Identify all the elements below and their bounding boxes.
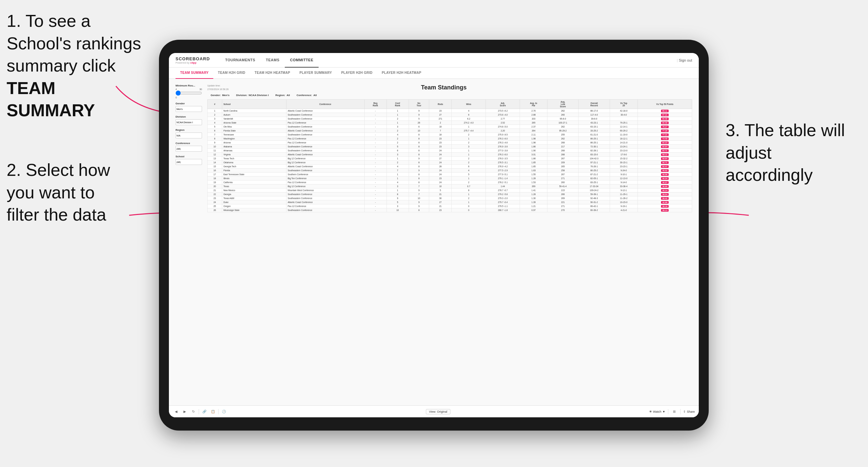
filter-row-gender-label: Gender:	[211, 94, 221, 97]
table-cell: -	[364, 141, 386, 145]
table-cell: 19	[208, 181, 222, 185]
table-cell: 217	[548, 145, 579, 149]
table-cell: Florida State	[222, 129, 286, 133]
table-cell: -	[364, 137, 386, 141]
sign-out-button[interactable]: Sign out	[677, 58, 692, 62]
table-cell: 36.95	[638, 185, 692, 188]
toolbar-forward-icon[interactable]: ▶	[182, 408, 188, 415]
table-cell: 1.44	[486, 185, 520, 188]
table-cell: 23-13-0	[610, 149, 638, 153]
table-row: 4Arizona StatePac-12 Conference-1262274.…	[208, 121, 692, 125]
filter-gender-select[interactable]: Men's Women's	[176, 106, 202, 112]
table-cell: 88-17-0	[579, 109, 610, 113]
score-badge: 50.47	[661, 165, 669, 168]
subnav-player-summary[interactable]: PLAYER SUMMARY	[295, 68, 337, 79]
table-cell: 260	[548, 113, 579, 117]
table-cell: 279.7 -0.4	[486, 200, 520, 204]
toolbar-back-icon[interactable]: ◀	[173, 408, 180, 415]
table-cell: -	[364, 173, 386, 177]
table-cell: California	[222, 181, 286, 185]
nav-tournaments[interactable]: TOURNAMENTS	[220, 53, 260, 68]
table-cell: -	[364, 129, 386, 133]
subnav-team-summary[interactable]: TEAM SUMMARY	[176, 68, 213, 79]
table-cell: 1.41	[520, 188, 548, 192]
score-badge: 77.21	[661, 133, 669, 136]
table-cell: 267	[548, 173, 579, 177]
toolbar-copy-icon[interactable]: 📋	[210, 408, 216, 415]
table-cell: Big 12 Conference	[286, 161, 364, 165]
subnav-team-h2h-heatmap[interactable]: TEAM H2H HEATMAP	[250, 68, 295, 79]
table-cell: 24	[429, 153, 452, 157]
share-button[interactable]: ⇧ Share	[683, 410, 695, 413]
subnav-player-h2h-grid[interactable]: PLAYER H2H GRID	[337, 68, 377, 79]
main-nav: TOURNAMENTS TEAMS COMMITTEE	[220, 53, 318, 68]
table-cell: 2	[386, 117, 409, 121]
table-cell: 280.7 -1.8	[486, 208, 520, 212]
score-badge: 73.49	[661, 137, 669, 140]
table-cell: -	[364, 177, 386, 181]
filter-conference: Conference (All)	[176, 142, 202, 152]
table-cell: 8	[409, 181, 429, 185]
subnav-player-h2h-heatmap[interactable]: PLAYER H2H HEATMAP	[377, 68, 426, 79]
table-cell: -	[364, 145, 386, 149]
standings-header: Update time: 27/03/2024 16:56:26 Team St…	[207, 84, 692, 91]
score-badge: 77.29	[661, 129, 669, 132]
filter-conference-select[interactable]: (All)	[176, 146, 202, 152]
table-cell: 2.52	[486, 121, 520, 125]
filter-division-select[interactable]: NCAA Division I NCAA Division II NCAA Di…	[176, 119, 202, 125]
table-cell: 1.39	[520, 200, 548, 204]
table-cell: Ole Miss	[222, 125, 286, 129]
filter-gender: Gender Men's Women's	[176, 102, 202, 112]
update-time: Update time: 27/03/2024 16:56:26	[207, 84, 228, 91]
table-cell: 1	[386, 109, 409, 113]
filter-school-select[interactable]: (All)	[176, 159, 202, 165]
col-reg-rank: RegRank	[364, 100, 386, 109]
nav-committee[interactable]: COMMITTEE	[285, 53, 319, 68]
watch-button[interactable]: 👁 Watch ▼	[649, 410, 665, 413]
table-cell: 56.71	[638, 161, 692, 165]
table-cell: 26	[208, 208, 222, 212]
standings-table: # School Conference RegRank ConfRank NoT…	[207, 99, 692, 212]
view-original-label: View: Original	[429, 410, 447, 413]
table-cell: 260	[548, 181, 579, 185]
table-cell: 38.18	[638, 204, 692, 208]
table-cell: 42-18-0	[610, 109, 638, 113]
table-cell: 2	[452, 133, 486, 137]
table-cell: 8	[386, 192, 409, 196]
table-cell: 15-32-2	[610, 157, 638, 161]
table-cell: Arizona State	[222, 121, 286, 125]
table-cell: East Tennessee State	[222, 173, 286, 177]
table-cell: 265	[520, 121, 548, 125]
table-cell: 10	[208, 145, 222, 149]
logo-powered: Powered by clipp	[176, 61, 210, 64]
toolbar-reload-icon[interactable]: ↻	[190, 408, 197, 415]
table-cell: 23	[429, 145, 452, 149]
table-cell: 1.85	[520, 165, 548, 168]
table-cell: 0	[452, 208, 486, 212]
table-cell: 2	[208, 113, 222, 117]
table-cell: Mississippi State	[222, 208, 286, 212]
score-badge: 36.95	[661, 185, 669, 188]
toolbar-grid-icon[interactable]: ⊞	[671, 408, 678, 415]
table-cell: 2	[452, 141, 486, 145]
subnav-team-h2h-grid[interactable]: TEAM H2H GRID	[213, 68, 250, 79]
view-original-button[interactable]: View: Original	[426, 409, 450, 414]
table-cell: 22	[208, 192, 222, 196]
table-cell: 271	[429, 117, 452, 121]
col-wins: Wins	[452, 100, 486, 109]
table-row: 11ArkansasSoutheastern Conference-682412…	[208, 149, 692, 153]
table-cell: 83-25-1	[579, 181, 610, 185]
nav-teams[interactable]: TEAMS	[260, 53, 285, 68]
table-cell: 0.7	[452, 185, 486, 188]
toolbar-clock-icon[interactable]: 🕐	[221, 408, 227, 415]
table-cell: 9	[409, 188, 429, 192]
filter-region-select[interactable]: N/A All	[176, 132, 202, 138]
table-cell: -	[364, 196, 386, 200]
table-cell: Washington	[222, 137, 286, 141]
filter-range-slider[interactable]	[176, 90, 202, 96]
score-badge: 40.34	[661, 177, 669, 180]
table-cell: 58.94	[638, 157, 692, 161]
table-cell: 8	[409, 153, 429, 157]
toolbar-share-icon[interactable]: 🔗	[201, 408, 208, 415]
table-cell: 277.5 -2.9	[486, 168, 520, 173]
